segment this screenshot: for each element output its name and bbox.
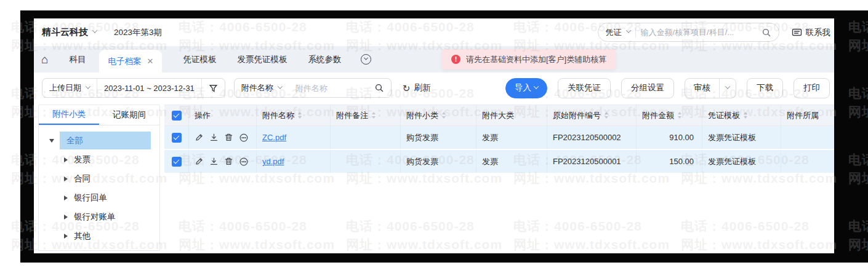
refresh-button[interactable]: ↻ 刷新 (403, 82, 431, 93)
error-icon: ! (451, 55, 460, 64)
top-bar: 精斗云科技 2023年第3期 凭证 (34, 18, 834, 46)
print-button[interactable]: 打印 (794, 78, 830, 98)
filter-funnel-button[interactable] (202, 79, 225, 97)
watermark-text: 电话：4006-6500-28网址：www.tdxsoft.com (848, 217, 868, 254)
cell-note (331, 126, 401, 149)
sort-icon[interactable] (372, 112, 376, 119)
chevron-down-icon[interactable] (625, 28, 630, 33)
link-voucher-button[interactable]: 关联凭证 (558, 78, 611, 98)
tree-collapse-icon[interactable] (64, 215, 68, 220)
col-template[interactable]: 凭证模板 (702, 105, 781, 125)
tree-expand-icon[interactable] (49, 139, 54, 143)
cell-subcategory: 购货发票 (401, 150, 476, 173)
close-icon[interactable]: ✕ (147, 57, 153, 65)
sort-icon[interactable] (298, 112, 302, 119)
tree-collapse-icon[interactable] (64, 157, 68, 162)
contact-us[interactable]: 联系我 (792, 27, 831, 38)
tree-item-bank-receipt[interactable]: 银行回单 (39, 188, 159, 207)
cell-category: 发票 (476, 150, 547, 173)
col-attachment-note[interactable]: 附件备注 (331, 105, 401, 125)
divider (635, 28, 636, 38)
tab-invoice-voucher-template[interactable]: 发票凭证模板 (237, 54, 287, 65)
tree-item-all[interactable]: 全部 (39, 131, 159, 150)
global-search[interactable]: 凭证 (598, 23, 779, 42)
col-amount[interactable]: 附件金额 (637, 105, 702, 125)
tree-item-label: 银行对账单 (74, 212, 116, 223)
tree-item-other[interactable]: 其他 (39, 226, 159, 245)
search-icon[interactable] (762, 28, 771, 38)
name-filter-group: 附件名称 (234, 78, 392, 98)
attachment-link[interactable]: yd.pdf (262, 157, 284, 166)
tree-collapse-icon[interactable] (64, 196, 68, 200)
attachment-name-input[interactable] (295, 84, 368, 93)
company-switcher[interactable]: 精斗云科技 (42, 26, 88, 38)
sort-icon[interactable] (605, 112, 608, 119)
col-attachment-name[interactable]: 附件名称 (257, 105, 331, 125)
tree-item-invoice[interactable]: 发票 (39, 150, 159, 169)
refresh-icon: ↻ (403, 84, 411, 93)
tree-collapse-icon[interactable] (64, 176, 68, 181)
edit-icon[interactable] (195, 133, 204, 142)
tab-voucher-template[interactable]: 凭证模板 (183, 54, 216, 65)
tree-item-label[interactable]: 全部 (60, 132, 151, 149)
tab-subjects[interactable]: 科目 (69, 54, 86, 65)
sidebar-tabs: 附件小类 记账期间 (39, 105, 159, 125)
accounting-period[interactable]: 2023年第3期 (114, 27, 162, 38)
tab-system-params[interactable]: 系统参数 (308, 54, 341, 65)
col-subcategory[interactable]: 附件小类 (401, 105, 476, 125)
more-tabs-icon[interactable] (361, 54, 371, 65)
audit-button[interactable]: 审核 (685, 78, 736, 98)
toolbar: 导入 关联凭证 分组设置 审核 (505, 78, 830, 98)
category-tree: 全部 发票 合同 银行回单 (39, 125, 159, 245)
download-button[interactable]: 下载 (747, 78, 783, 98)
chevron-down-icon[interactable] (92, 28, 97, 33)
search-scope-select[interactable]: 凭证 (606, 27, 622, 38)
row-checkbox[interactable] (172, 157, 182, 167)
edit-icon[interactable] (195, 157, 204, 166)
home-icon[interactable]: ⌂ (41, 53, 48, 65)
attachment-link[interactable]: ZC.pdf (262, 133, 286, 142)
cell-original-no: FP2023120500002 (547, 126, 637, 149)
more-actions-icon[interactable] (239, 157, 249, 167)
sort-icon[interactable] (442, 112, 446, 119)
audit-dropdown[interactable] (719, 79, 736, 98)
delete-icon[interactable] (224, 157, 233, 166)
date-range-input[interactable]: 2023-11-01 ~ 2023-12-31 (97, 79, 201, 97)
tree-item-bank-statement[interactable]: 银行对账单 (39, 207, 159, 226)
tree-collapse-icon[interactable] (64, 234, 68, 239)
error-message: 请先在基础资料中添加[客户]类辅助核算 (466, 54, 606, 65)
search-input[interactable] (641, 28, 757, 37)
import-label: 导入 (515, 82, 531, 93)
tree-item-contract[interactable]: 合同 (39, 169, 159, 188)
group-settings-label: 分组设置 (631, 82, 664, 93)
select-all-checkbox[interactable] (172, 111, 182, 121)
group-settings-button[interactable]: 分组设置 (621, 78, 674, 98)
cell-belongs (781, 150, 834, 173)
sort-icon[interactable] (678, 112, 681, 119)
audit-label: 审核 (685, 82, 719, 93)
tab-label: 电子档案 (108, 56, 141, 67)
download-icon[interactable] (209, 157, 219, 166)
date-field-select[interactable]: 上传日期 (42, 79, 97, 97)
cell-template: 发票凭证模板 (702, 126, 781, 149)
tab-e-archive[interactable]: 电子档案 ✕ (99, 50, 162, 73)
table-row: ZC.pdf 购货发票 发票 FP2023120500002 910.00 发票… (164, 126, 834, 150)
row-checkbox[interactable] (172, 133, 182, 143)
col-original-no[interactable]: 原始附件编号 (547, 105, 637, 125)
tab-bar: ⌂ 科目 电子档案 ✕ 凭证模板 发票凭证模板 系统参数 (34, 46, 834, 73)
name-field-label: 附件名称 (241, 82, 273, 93)
import-button[interactable]: 导入 (505, 78, 547, 98)
delete-icon[interactable] (224, 133, 233, 142)
sidebar-tab-period[interactable]: 记账期间 (99, 105, 159, 125)
cell-amount: 910.00 (637, 126, 702, 149)
name-search-button[interactable] (372, 79, 391, 97)
download-label: 下载 (757, 82, 773, 93)
more-actions-icon[interactable] (239, 133, 249, 143)
watermark-text: 电话：4006-6500-28网址：www.tdxsoft.com (848, 84, 868, 121)
download-icon[interactable] (209, 133, 219, 142)
cell-amount: 150.00 (637, 150, 702, 173)
sort-icon[interactable] (744, 112, 747, 119)
link-voucher-label: 关联凭证 (568, 82, 601, 93)
name-field-select[interactable]: 附件名称 (235, 79, 289, 97)
sidebar-tab-subcategory[interactable]: 附件小类 (39, 105, 99, 125)
